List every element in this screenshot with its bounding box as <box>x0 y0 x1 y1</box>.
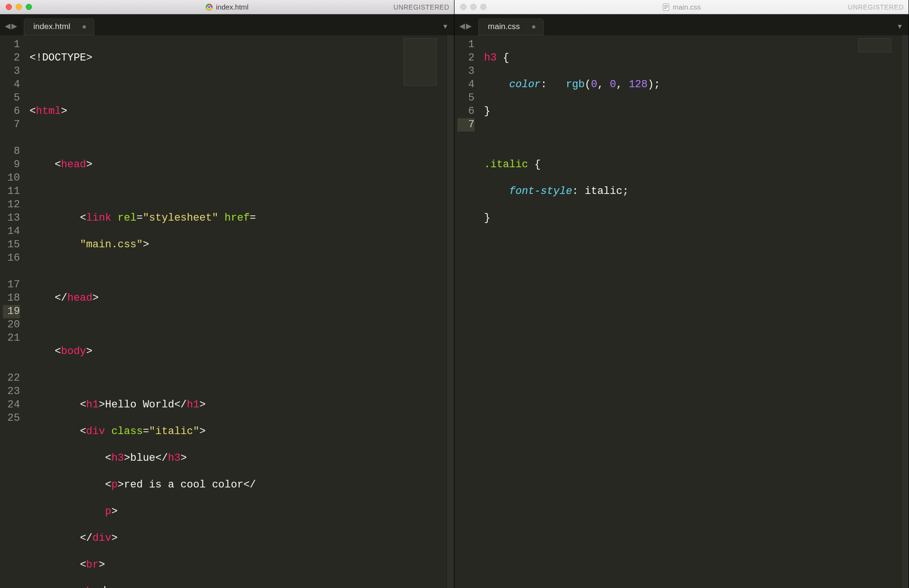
code-content[interactable]: h3 { color: rgb(0, 0, 128); } .italic { … <box>480 35 901 588</box>
code-token: br <box>86 559 99 571</box>
minimize-window-button[interactable] <box>470 4 476 10</box>
tab-bar: ◀ ▶ main.css ● ▼ <box>454 14 909 35</box>
code-token: > <box>118 479 124 491</box>
code-token: < <box>55 345 61 357</box>
close-window-button[interactable] <box>460 4 466 10</box>
svg-point-1 <box>208 5 211 8</box>
code-token: "stylesheet" <box>143 212 218 224</box>
code-token: h1 <box>86 399 99 411</box>
line-number <box>3 132 20 145</box>
line-number: 13 <box>3 212 20 225</box>
code-token: < <box>105 452 111 464</box>
tab-dirty-close-icon[interactable]: ● <box>82 22 87 31</box>
line-number: 5 <box>3 91 20 105</box>
code-token: <!DOCTYPE> <box>30 52 92 64</box>
code-token <box>578 185 585 197</box>
code-token: blue <box>130 452 155 464</box>
titlebar[interactable]: main.css UNREGISTERED <box>454 0 909 14</box>
code-token: href <box>224 212 250 224</box>
code-token: = <box>250 212 256 224</box>
code-token: { <box>535 159 541 171</box>
line-number: 20 <box>3 318 20 332</box>
zoom-window-button[interactable] <box>26 4 32 10</box>
scrollbar[interactable] <box>901 35 909 588</box>
minimap[interactable] <box>858 38 891 52</box>
line-number: 10 <box>3 172 20 185</box>
code-token: > <box>99 399 105 411</box>
line-number: 4 <box>457 78 475 91</box>
line-number <box>3 345 20 358</box>
line-number: 2 <box>457 51 475 65</box>
code-token <box>218 212 224 224</box>
code-token: , <box>616 79 628 91</box>
line-number: 3 <box>457 65 475 78</box>
nav-arrows: ◀ ▶ <box>459 22 478 35</box>
close-window-button[interactable] <box>6 4 12 10</box>
line-number: 8 <box>3 145 20 158</box>
line-number: 18 <box>3 292 20 305</box>
code-token: = <box>136 212 142 224</box>
tab-dirty-close-icon[interactable]: ● <box>532 22 536 31</box>
line-number: 17 <box>3 278 20 292</box>
line-number: 12 <box>3 198 20 212</box>
tab-index-html[interactable]: index.html ● <box>24 18 94 35</box>
tab-overflow-icon[interactable]: ▼ <box>444 23 449 35</box>
code-token: > <box>92 292 99 304</box>
code-token: } <box>484 212 490 224</box>
code-token: > <box>99 559 105 571</box>
tab-label: main.css <box>488 22 520 31</box>
code-token <box>528 159 534 171</box>
minimize-window-button[interactable] <box>16 4 22 10</box>
code-token: body <box>61 345 86 357</box>
code-token: ; <box>654 79 660 91</box>
code-token: font-style <box>509 185 572 197</box>
svg-point-0 <box>206 4 212 10</box>
code-token: head <box>61 159 86 171</box>
code-token: div <box>86 426 105 437</box>
nav-back-icon[interactable]: ◀ <box>5 22 10 31</box>
nav-back-icon[interactable]: ◀ <box>459 22 465 31</box>
line-number: 25 <box>3 412 20 425</box>
tab-label: index.html <box>33 22 70 31</box>
window-controls <box>0 4 32 10</box>
nav-forward-icon[interactable]: ▶ <box>11 22 17 31</box>
code-token: "italic" <box>149 426 200 437</box>
window-title: index.html <box>0 3 454 11</box>
code-token: { <box>503 52 509 64</box>
code-token: : <box>541 79 547 91</box>
code-token: 0 <box>610 79 616 91</box>
svg-rect-3 <box>663 4 669 10</box>
code-content[interactable]: <!DOCTYPE> <html> <head> <link rel="styl… <box>26 35 446 588</box>
tab-overflow-icon[interactable]: ▼ <box>898 23 904 35</box>
code-token: < <box>80 586 86 588</box>
editor-area[interactable]: 1 2 3 4 5 6 7 8 9 10 11 12 13 14 15 16 1… <box>0 35 454 588</box>
titlebar[interactable]: index.html UNREGISTERED <box>0 0 454 14</box>
line-number: 4 <box>3 78 20 91</box>
editor-window-left: index.html UNREGISTERED ◀ ▶ index.html ●… <box>0 0 454 588</box>
scrollbar[interactable] <box>446 35 454 588</box>
code-token: > <box>61 105 67 117</box>
code-token <box>105 426 111 437</box>
code-token: Hello World <box>105 399 174 411</box>
code-token: "main.css" <box>80 239 143 251</box>
svg-rect-6 <box>664 8 667 9</box>
minimap[interactable] <box>404 38 437 86</box>
nav-arrows: ◀ ▶ <box>5 22 24 35</box>
line-number: 1 <box>3 38 20 51</box>
tab-main-css[interactable]: main.css ● <box>478 18 544 35</box>
code-token: h3 <box>484 52 496 64</box>
registration-status: UNREGISTERED <box>848 3 909 11</box>
code-token: </ <box>80 532 92 544</box>
zoom-window-button[interactable] <box>480 4 486 10</box>
nav-forward-icon[interactable]: ▶ <box>466 22 472 31</box>
editor-window-right: main.css UNREGISTERED ◀ ▶ main.css ● ▼ 1… <box>454 0 909 588</box>
code-token: 0 <box>591 79 597 91</box>
code-token: h3 <box>168 452 180 464</box>
code-token: > <box>199 399 205 411</box>
editor-area[interactable]: 1 2 3 4 5 6 7 h3 { color: rgb(0, 0, 128)… <box>454 35 909 588</box>
line-number: 6 <box>3 105 20 118</box>
line-number: 5 <box>457 91 475 105</box>
code-token: ) <box>647 79 654 91</box>
svg-point-2 <box>208 5 211 8</box>
code-token: .italic <box>484 159 528 171</box>
